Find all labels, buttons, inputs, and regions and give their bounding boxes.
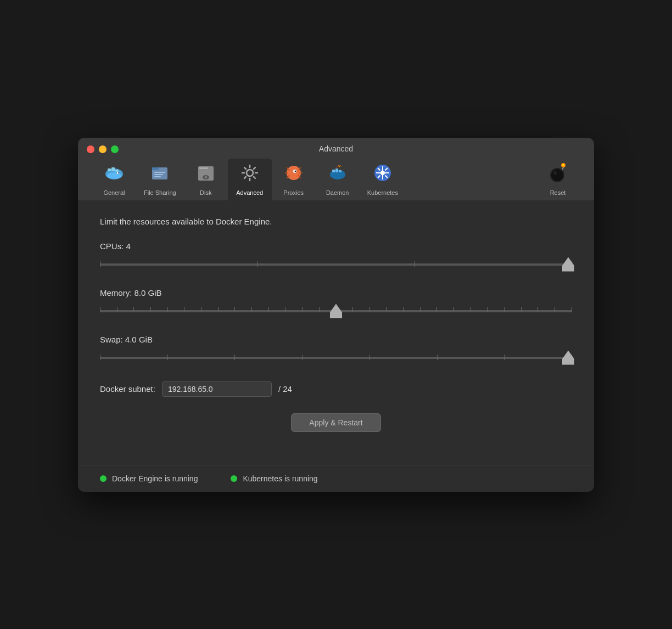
svg-point-4 [107,172,121,179]
kubernetes-status-item: Kubernetes is running [231,474,317,483]
tab-disk-label: Disk [200,189,211,196]
reset-icon [547,162,569,187]
svg-rect-2 [111,167,115,171]
svg-line-23 [254,167,255,169]
swap-label: Swap: 4.0 GiB [100,335,572,344]
cpus-slider-track [100,263,572,266]
svg-point-39 [380,171,385,175]
svg-line-21 [244,167,246,169]
svg-point-49 [551,169,563,181]
tab-file-sharing[interactable]: File Sharing [136,159,184,200]
main-window: Advanced G [78,138,594,492]
svg-point-16 [247,170,253,176]
tab-proxies[interactable]: Proxies [272,159,316,200]
tab-reset-label: Reset [550,189,566,196]
memory-slider-thumb[interactable] [330,304,342,318]
general-icon [103,162,125,187]
cpus-section: CPUs: 4 [100,242,572,273]
status-bar: Docker Engine is running Kubernetes is r… [78,465,594,492]
docker-status-dot [100,475,107,482]
svg-rect-9 [154,172,165,173]
tab-advanced-label: Advanced [236,189,263,196]
maximize-button[interactable] [111,145,119,153]
proxies-icon [283,162,305,187]
file-sharing-icon [149,162,171,187]
tab-general-label: General [103,189,125,196]
window-title: Advanced [319,144,353,159]
cpus-slider-thumb[interactable] [562,257,574,272]
content-area: Limit the resources available to Docker … [78,200,594,465]
kubernetes-status-dot [231,475,237,482]
svg-rect-37 [339,170,341,172]
cpus-slider-container[interactable] [100,256,572,273]
apply-restart-button[interactable]: Apply & Restart [291,413,380,432]
kubernetes-status-text: Kubernetes is running [243,474,317,483]
svg-rect-36 [335,169,338,172]
tab-kubernetes-label: Kubernetes [367,189,398,196]
window-controls [87,145,119,153]
svg-rect-8 [152,167,159,170]
tab-advanced[interactable]: Advanced [228,159,272,200]
tab-proxies-label: Proxies [283,189,304,196]
apply-btn-row: Apply & Restart [100,413,572,432]
memory-slider-track [100,310,572,312]
docker-status-item: Docker Engine is running [100,474,198,483]
advanced-icon [239,162,261,187]
svg-point-6 [118,172,119,173]
svg-rect-10 [154,174,163,175]
svg-rect-15 [199,167,208,169]
daemon-icon [327,162,349,187]
svg-point-52 [553,171,557,175]
svg-rect-3 [115,170,119,172]
kubernetes-icon [372,162,394,187]
tab-kubernetes[interactable]: Kubernetes [360,159,406,200]
svg-rect-11 [154,176,161,177]
tabs-bar: General File Sharing [87,159,585,200]
titlebar: Advanced G [78,138,594,200]
svg-line-24 [244,177,246,178]
tab-general[interactable]: General [92,159,136,200]
swap-slider-container[interactable] [100,350,572,366]
svg-point-25 [287,166,301,180]
tab-daemon[interactable]: Daemon [316,159,360,200]
svg-rect-1 [108,169,111,171]
svg-line-22 [254,177,255,178]
tab-daemon-label: Daemon [326,189,349,196]
svg-rect-35 [332,170,335,172]
close-button[interactable] [87,145,94,153]
subnet-row: Docker subnet: / 24 [100,381,572,397]
memory-label: Memory: 8.0 GiB [100,288,572,297]
tab-reset[interactable]: Reset [536,159,580,200]
subnet-mask: / 24 [278,384,292,394]
subnet-input[interactable] [162,381,272,397]
disk-icon [195,162,217,187]
tab-disk[interactable]: Disk [184,159,228,200]
minimize-button[interactable] [99,145,107,153]
swap-section: Swap: 4.0 GiB [100,335,572,366]
svg-point-27 [294,170,296,172]
description-text: Limit the resources available to Docker … [100,217,572,226]
cpus-label: CPUs: 4 [100,242,572,251]
memory-slider-container[interactable] [100,303,572,319]
subnet-label: Docker subnet: [100,384,155,394]
svg-point-51 [562,164,564,166]
svg-point-14 [205,176,207,178]
swap-slider-thumb[interactable] [562,351,574,365]
tab-file-sharing-label: File Sharing [144,189,176,196]
swap-slider-track [100,357,572,359]
docker-status-text: Docker Engine is running [112,474,198,483]
memory-section: Memory: 8.0 GiB [100,288,572,319]
